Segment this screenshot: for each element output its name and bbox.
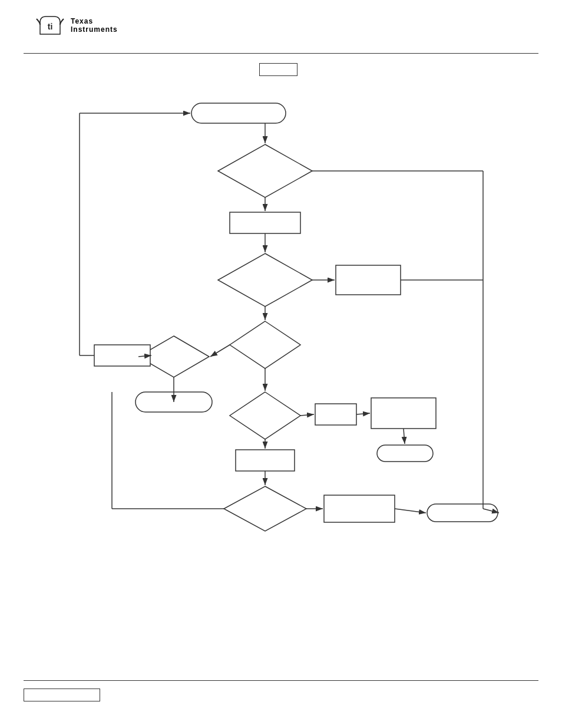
diamond-5 <box>230 392 300 439</box>
flowchart-svg <box>35 91 530 539</box>
diamond-1 <box>218 144 312 197</box>
rect-a <box>230 212 300 233</box>
footer-label-box <box>24 689 100 701</box>
rect-d <box>315 404 356 425</box>
ti-logo-icon: ti <box>35 12 65 38</box>
diamond-2 <box>218 253 312 307</box>
rect-c <box>94 345 150 366</box>
diamond-6 <box>224 486 306 531</box>
rect-e <box>371 398 436 429</box>
flowchart-diagram <box>35 91 530 539</box>
svg-line-21 <box>404 429 405 444</box>
svg-text:ti: ti <box>48 22 53 31</box>
diamond-3 <box>230 321 300 368</box>
top-divider <box>24 53 538 54</box>
rect-g <box>324 495 395 522</box>
start-shape <box>191 103 286 123</box>
svg-line-11 <box>210 345 230 357</box>
top-small-rect <box>259 63 297 76</box>
svg-line-20 <box>356 413 370 414</box>
rect-b <box>336 265 401 295</box>
header: ti Texas Instruments <box>35 12 118 38</box>
pill-bottom-right <box>427 504 498 522</box>
svg-line-19 <box>300 414 314 416</box>
svg-line-25 <box>395 509 426 513</box>
rect-f <box>236 450 295 471</box>
bottom-divider <box>24 680 538 681</box>
pill-right-1 <box>377 445 433 462</box>
company-name: Texas Instruments <box>71 17 118 34</box>
